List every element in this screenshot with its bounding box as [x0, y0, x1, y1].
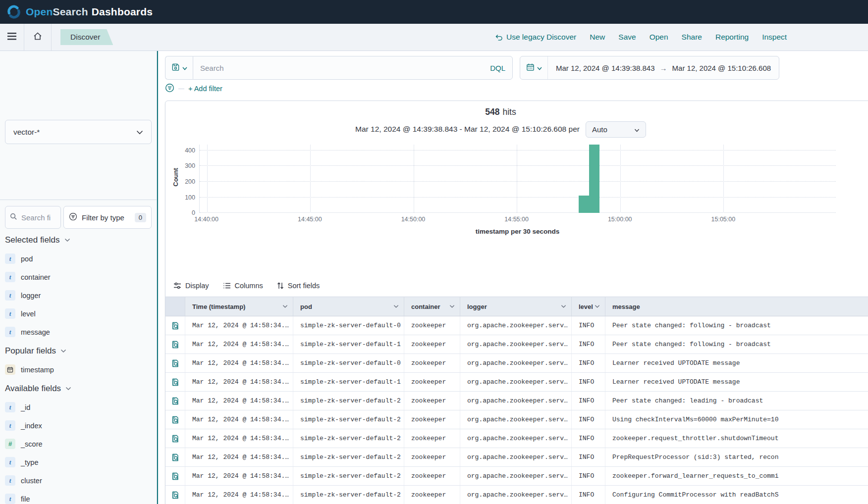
expand-document-button[interactable]: [165, 410, 185, 429]
section-heading-available-fields[interactable]: Available fields: [0, 379, 157, 398]
cell-container[interactable]: zookeeper: [404, 354, 460, 372]
section-heading-popular-fields[interactable]: Popular fields: [0, 341, 157, 360]
expand-document-button[interactable]: [165, 354, 185, 372]
nav-link-use-legacy-discover[interactable]: Use legacy Discover: [495, 33, 576, 42]
field-item-index[interactable]: t_index: [0, 416, 157, 435]
cell-logger[interactable]: org.apache.zookeeper.serv…: [460, 429, 572, 448]
sort-fields-button[interactable]: Sort fields: [277, 282, 320, 290]
cell-message[interactable]: Using checkIntervalMs=60000 maxPerMinute…: [605, 410, 868, 429]
search-fields-input[interactable]: [21, 213, 51, 222]
cell-container[interactable]: zookeeper: [404, 316, 460, 335]
cell-time[interactable]: Mar 12, 2024 @ 14:58:34.…: [185, 316, 293, 335]
cell-time[interactable]: Mar 12, 2024 @ 14:58:34.…: [185, 392, 293, 410]
cell-logger[interactable]: org.apache.zookeeper.serv…: [460, 486, 572, 504]
nav-link-save[interactable]: Save: [618, 33, 636, 42]
query-language-button[interactable]: DQL: [490, 64, 505, 72]
cell-logger[interactable]: org.apache.zookeeper.serv…: [460, 410, 572, 429]
query-input[interactable]: Search DQL: [193, 56, 513, 80]
cell-pod[interactable]: simple-zk-server-default-0: [293, 354, 404, 372]
cell-logger[interactable]: org.apache.zookeeper.serv…: [460, 392, 572, 410]
expand-document-button[interactable]: [165, 373, 185, 391]
cell-level[interactable]: INFO: [572, 392, 605, 410]
expand-document-button[interactable]: [165, 486, 185, 504]
section-heading-selected-fields[interactable]: Selected fields: [0, 230, 157, 250]
saved-query-button[interactable]: [165, 56, 193, 80]
expand-document-button[interactable]: [165, 467, 185, 485]
nav-link-share[interactable]: Share: [682, 33, 702, 42]
cell-message[interactable]: zookeeper.forward_learner_requests_to_co…: [605, 467, 868, 485]
cell-logger[interactable]: org.apache.zookeeper.serv…: [460, 354, 572, 372]
column-header-container[interactable]: container: [404, 297, 460, 316]
field-item-logger[interactable]: tlogger: [0, 286, 157, 304]
filter-by-type-button[interactable]: Filter by type 0: [63, 206, 152, 229]
field-item-level[interactable]: tlevel: [0, 304, 157, 323]
field-item-cluster[interactable]: tcluster: [0, 471, 157, 490]
cell-pod[interactable]: simple-zk-server-default-1: [293, 373, 404, 391]
column-header-message[interactable]: message: [605, 297, 868, 316]
column-header-pod[interactable]: pod: [293, 297, 404, 316]
cell-level[interactable]: INFO: [572, 486, 605, 504]
cell-logger[interactable]: org.apache.zookeeper.serv…: [460, 467, 572, 485]
field-item-message[interactable]: tmessage: [0, 323, 157, 341]
field-item-score[interactable]: #_score: [0, 435, 157, 453]
cell-container[interactable]: zookeeper: [404, 335, 460, 353]
date-range-start[interactable]: Mar 12, 2024 @ 14:39:38.843: [556, 64, 655, 72]
expand-document-button[interactable]: [165, 448, 185, 466]
columns-button[interactable]: Columns: [223, 282, 263, 290]
display-button[interactable]: Display: [173, 282, 209, 290]
breadcrumb-discover[interactable]: Discover: [60, 29, 113, 45]
field-item-id[interactable]: t_id: [0, 398, 157, 416]
cell-level[interactable]: INFO: [572, 316, 605, 335]
add-filter-button[interactable]: + Add filter: [188, 85, 222, 93]
cell-pod[interactable]: simple-zk-server-default-2: [293, 410, 404, 429]
expand-document-button[interactable]: [165, 392, 185, 410]
cell-level[interactable]: INFO: [572, 354, 605, 372]
nav-link-inspect[interactable]: Inspect: [762, 33, 787, 42]
histogram-bar[interactable]: [589, 145, 599, 213]
cell-pod[interactable]: simple-zk-server-default-2: [293, 392, 404, 410]
home-button[interactable]: [24, 24, 51, 50]
nav-link-new[interactable]: New: [590, 33, 605, 42]
cell-message[interactable]: Learner received UPTODATE message: [605, 373, 868, 391]
field-item-pod[interactable]: tpod: [0, 250, 157, 268]
index-pattern-select[interactable]: vector-*: [5, 120, 152, 144]
field-item-timestamp[interactable]: timestamp: [0, 360, 157, 379]
cell-level[interactable]: INFO: [572, 467, 605, 485]
cell-pod[interactable]: simple-zk-server-default-1: [293, 335, 404, 353]
cell-time[interactable]: Mar 12, 2024 @ 14:58:34.…: [185, 467, 293, 485]
cell-time[interactable]: Mar 12, 2024 @ 14:58:34.…: [185, 335, 293, 353]
nav-link-reporting[interactable]: Reporting: [715, 33, 749, 42]
column-header-level[interactable]: level: [572, 297, 605, 316]
field-item-file[interactable]: tfile: [0, 490, 157, 504]
cell-time[interactable]: Mar 12, 2024 @ 14:58:34.…: [185, 429, 293, 448]
cell-level[interactable]: INFO: [572, 448, 605, 466]
filter-menu-icon[interactable]: [165, 83, 174, 95]
interval-select[interactable]: Auto: [586, 121, 646, 138]
cell-message[interactable]: Peer state changed: leading - broadcast: [605, 392, 868, 410]
cell-time[interactable]: Mar 12, 2024 @ 14:58:34.…: [185, 486, 293, 504]
menu-button[interactable]: [0, 24, 24, 50]
expand-document-button[interactable]: [165, 429, 185, 448]
cell-logger[interactable]: org.apache.zookeeper.serv…: [460, 373, 572, 391]
cell-message[interactable]: PrepRequestProcessor (sid:3) started, re…: [605, 448, 868, 466]
cell-level[interactable]: INFO: [572, 410, 605, 429]
cell-logger[interactable]: org.apache.zookeeper.serv…: [460, 448, 572, 466]
field-item-type[interactable]: t_type: [0, 453, 157, 471]
cell-container[interactable]: zookeeper: [404, 410, 460, 429]
cell-level[interactable]: INFO: [572, 335, 605, 353]
cell-time[interactable]: Mar 12, 2024 @ 14:58:34.…: [185, 354, 293, 372]
cell-logger[interactable]: org.apache.zookeeper.serv…: [460, 316, 572, 335]
expand-document-button[interactable]: [165, 316, 185, 335]
cell-level[interactable]: INFO: [572, 429, 605, 448]
cell-message[interactable]: zookeeper.request_throttler.shutdownTime…: [605, 429, 868, 448]
cell-container[interactable]: zookeeper: [404, 467, 460, 485]
cell-level[interactable]: INFO: [572, 373, 605, 391]
histogram-bar[interactable]: [579, 196, 589, 213]
cell-time[interactable]: Mar 12, 2024 @ 14:58:34.…: [185, 373, 293, 391]
cell-time[interactable]: Mar 12, 2024 @ 14:58:34.…: [185, 410, 293, 429]
date-range-end[interactable]: Mar 12, 2024 @ 15:10:26.608: [672, 64, 771, 72]
cell-message[interactable]: Peer state changed: following - broadcas…: [605, 335, 868, 353]
quick-select-button[interactable]: [520, 56, 548, 79]
cell-pod[interactable]: simple-zk-server-default-2: [293, 467, 404, 485]
cell-container[interactable]: zookeeper: [404, 448, 460, 466]
